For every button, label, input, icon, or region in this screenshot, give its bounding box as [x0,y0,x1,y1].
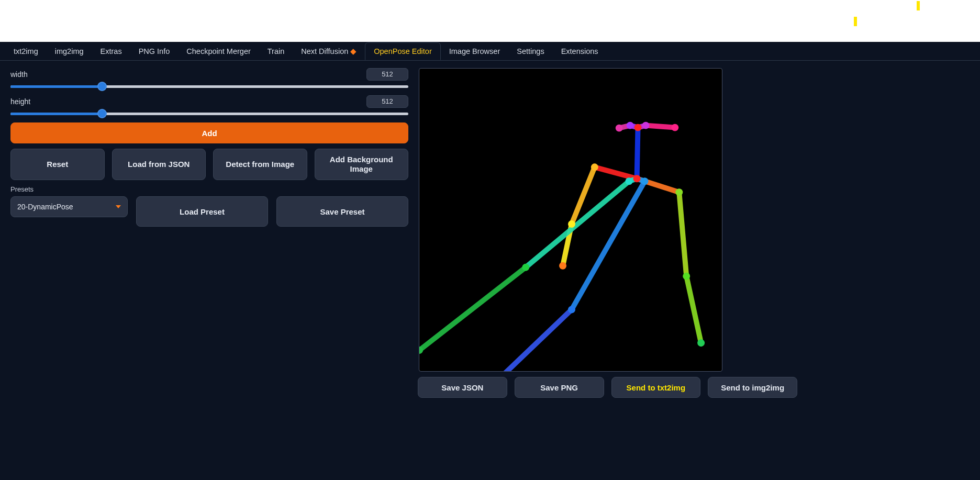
tab-settings[interactable]: Settings [508,43,552,60]
save-preset-button[interactable]: Save Preset [276,196,408,227]
svg-line-4 [637,128,638,179]
tab-ckptmerger[interactable]: Checkpoint Merger [178,43,259,60]
svg-line-13 [526,181,629,267]
pose-canvas[interactable] [419,68,722,372]
add-bg-button[interactable]: Add Background Image [315,149,409,180]
joint-r_eye[interactable] [627,122,634,129]
joint-l_wrist[interactable] [697,339,705,347]
decoration-mark [917,1,920,10]
svg-line-10 [686,276,701,343]
joint-nose[interactable] [634,124,642,131]
load-preset-button[interactable]: Load Preset [136,196,268,227]
presets-section: Presets 20-DynamicPose Load Preset Save … [10,185,408,227]
joint-l_shoulder[interactable] [675,188,683,196]
height-value-input[interactable]: 512 [366,95,408,108]
save-png-button[interactable]: Save PNG [515,377,604,398]
presets-selected-value: 20-DynamicPose [17,203,73,211]
height-slider-block: height 512 [10,95,408,117]
tab-extensions[interactable]: Extensions [553,43,607,60]
tab-openpose[interactable]: OpenPose Editor [365,42,440,60]
canvas-panel: Save JSON Save PNG Send to txt2img Send … [419,68,797,398]
svg-line-3 [646,126,675,128]
send-txt2img-button[interactable]: Send to txt2img [611,377,701,398]
app-root: txt2imgimg2imgExtrasPNG InfoCheckpoint M… [0,42,980,480]
joint-l_ear[interactable] [671,124,678,131]
joint-l_hip[interactable] [641,177,649,185]
joint-r_hip[interactable] [626,177,633,185]
width-value-input[interactable]: 512 [366,68,408,81]
detect-image-button[interactable]: Detect from Image [213,149,307,180]
tab-bar: txt2imgimg2imgExtrasPNG InfoCheckpoint M… [0,42,980,61]
tab-txt2img[interactable]: txt2img [5,43,47,60]
width-slider[interactable] [10,83,408,90]
decoration-mark [854,17,857,26]
bolt-icon: ◆ [350,47,357,55]
reset-button[interactable]: Reset [10,149,105,180]
joint-l_eye[interactable] [642,122,650,129]
presets-label: Presets [10,185,408,193]
joint-r_elbow[interactable] [568,220,575,228]
tab-nextdiffusion[interactable]: Next Diffusion◆ [293,43,365,60]
joint-r_shoulder[interactable] [591,163,598,171]
svg-line-5 [595,167,637,178]
joint-neck[interactable] [633,175,641,182]
load-json-button[interactable]: Load from JSON [112,149,206,180]
height-slider[interactable] [10,110,408,117]
svg-line-14 [419,267,526,350]
tab-img2img[interactable]: img2img [47,43,92,60]
height-label: height [10,97,30,106]
export-button-row: Save JSON Save PNG Send to txt2img Send … [418,377,797,398]
joint-l_knee[interactable] [568,306,575,313]
tab-imagebrowser[interactable]: Image Browser [441,43,509,60]
action-button-row: Reset Load from JSON Detect from Image A… [10,149,408,180]
tab-train[interactable]: Train [259,43,293,60]
controls-panel: width 512 height 512 [10,68,408,398]
width-label: width [10,70,28,79]
presets-select[interactable]: 20-DynamicPose [10,196,128,217]
width-slider-block: width 512 [10,68,408,90]
tab-pnginfo[interactable]: PNG Info [130,43,179,60]
tab-extras[interactable]: Extras [92,43,130,60]
send-img2img-button[interactable]: Send to img2img [708,377,797,398]
chevron-down-icon [116,205,121,208]
add-button[interactable]: Add [10,122,408,143]
svg-line-16 [502,309,572,371]
joint-r_wrist[interactable] [559,262,566,270]
svg-line-9 [679,192,686,276]
joint-l_elbow[interactable] [683,273,690,280]
save-json-button[interactable]: Save JSON [418,377,507,398]
joint-r_ear[interactable] [616,125,623,132]
joint-r_knee[interactable] [522,264,529,271]
main-content: width 512 height 512 [0,61,980,405]
